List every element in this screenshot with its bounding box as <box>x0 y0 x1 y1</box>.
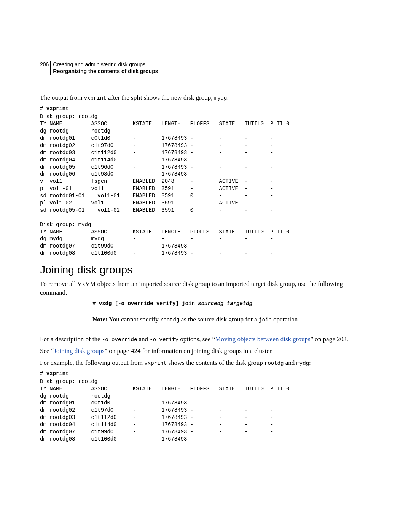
vxprint-output-2: Disk group: rootdg TY NAME ASSOC KSTATE … <box>40 378 365 443</box>
command-args: sourcedg targetdg <box>198 300 252 307</box>
inline-code: join <box>259 317 272 323</box>
inline-code: -o override <box>102 337 137 343</box>
command-text: vxdg [-o override|verify] join <box>99 300 198 307</box>
example-paragraph: For example, the following output from v… <box>40 359 365 367</box>
see-paragraph: See “Joining disk groups” on page 424 fo… <box>40 347 365 356</box>
text: The output from <box>40 94 84 101</box>
text: : <box>227 94 229 101</box>
prompt: # <box>92 300 99 307</box>
link-joining-disk-groups[interactable]: Joining disk groups <box>54 347 104 355</box>
vxprint-command-2: # vxprint <box>40 371 365 377</box>
vxprint-output-1: Disk group: rootdg TY NAME ASSOC KSTATE … <box>40 113 365 257</box>
note-box: Note: You cannot specify rootdg as the s… <box>92 312 365 328</box>
section-heading-joining: Joining disk groups <box>40 264 365 276</box>
text: and <box>284 359 296 366</box>
prompt: # <box>40 371 46 377</box>
inline-code: mydg <box>296 360 309 366</box>
text: ” on page 424 for information on joining… <box>105 347 273 355</box>
header-title: Creating and administering disk groups <box>53 61 158 68</box>
link-moving-objects[interactable]: Moving objects between disk groups <box>215 335 310 343</box>
text: as the source disk group for a <box>179 316 259 323</box>
page-header: 206 Creating and administering disk grou… <box>40 61 365 75</box>
text: and <box>137 335 150 343</box>
command-text: vxprint <box>46 105 69 112</box>
text: : <box>309 359 311 366</box>
header-subtitle: Reorganizing the contents of disk groups <box>53 68 158 75</box>
text: For example, the following output from <box>40 359 144 366</box>
text: after the split shows the new disk group… <box>106 94 214 101</box>
header-titles: Creating and administering disk groups R… <box>50 61 158 75</box>
text: operation. <box>272 316 299 323</box>
inline-code: rootdg <box>264 360 284 366</box>
text: See “ <box>40 347 54 355</box>
inline-code: vxprint <box>144 360 167 366</box>
prompt: # <box>40 105 46 112</box>
text: For a description of the <box>40 335 102 343</box>
join-command: # vxdg [-o override|verify] join sourced… <box>92 300 365 307</box>
text: shows the contents of the disk group <box>167 359 264 366</box>
text: options, see “ <box>178 335 215 343</box>
intro-paragraph-1: The output from vxprint after the split … <box>40 94 365 102</box>
text: You cannot specify <box>108 316 160 323</box>
join-paragraph: To remove all VxVM objects from an impor… <box>40 280 365 297</box>
inline-code: mydg <box>214 95 227 101</box>
inline-code: vxprint <box>84 95 107 101</box>
vxprint-command-1: # vxprint <box>40 105 365 112</box>
inline-code: rootdg <box>160 317 179 323</box>
inline-code: -o verify <box>150 337 178 343</box>
page-number: 206 <box>40 61 50 75</box>
text: ” on page 203. <box>311 335 348 343</box>
page: 206 Creating and administering disk grou… <box>0 0 411 532</box>
note-label: Note: <box>92 316 108 323</box>
command-text: vxprint <box>46 371 69 377</box>
description-paragraph: For a description of the -o override and… <box>40 335 365 344</box>
